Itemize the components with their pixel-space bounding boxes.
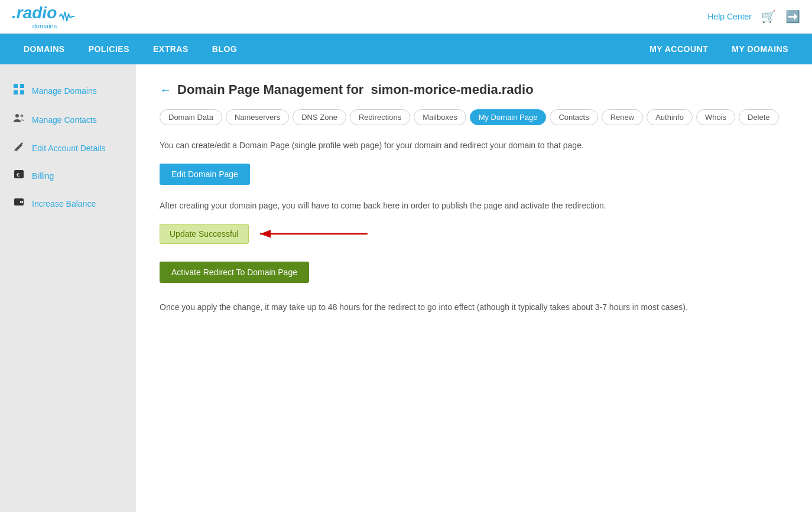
activate-redirect-button[interactable]: Activate Redirect To Domain Page [160,262,309,283]
sidebar: Manage Domains Manage Contacts [0,64,136,512]
logo-wave-icon [59,9,77,24]
after-edit-text: After creating your domain page, you wil… [160,199,788,212]
tab-pills: Domain Data Nameservers DNS Zone Redirec… [160,109,788,125]
help-center-link[interactable]: Help Center [707,12,752,21]
nav-left: Domains Policies Extras Blog [12,34,249,64]
grid-icon [12,83,26,98]
description-text: You can create/edit a Domain Page (singl… [160,139,788,152]
tab-my-domain-page[interactable]: My Domain Page [470,109,547,125]
svg-point-5 [21,115,24,118]
tab-whois[interactable]: Whois [696,109,735,125]
sidebar-item-manage-domains[interactable]: Manage Domains [0,76,136,105]
tab-authinfo[interactable]: Authinfo [647,109,693,125]
svg-text:€: € [21,200,23,204]
sidebar-label-manage-domains: Manage Domains [32,86,97,96]
pencil-icon [12,141,26,155]
nav-domains[interactable]: Domains [12,34,77,64]
tab-contacts[interactable]: Contacts [550,109,597,125]
tab-nameservers[interactable]: Nameservers [226,109,289,125]
page-title-row: ← Domain Page Management for simon-moric… [160,82,788,97]
tab-delete[interactable]: Delete [739,109,779,125]
main-content: ← Domain Page Management for simon-moric… [136,64,812,512]
back-arrow-icon[interactable]: ← [160,83,171,97]
svg-rect-3 [20,90,24,94]
cart-icon[interactable]: 🛒 [761,9,776,24]
edit-section: Edit Domain Page [160,164,788,185]
top-bar: .radio domains Help Center 🛒 ➡️ [0,0,812,34]
nav-right: My Account My Domains [638,34,800,64]
edit-domain-page-button[interactable]: Edit Domain Page [160,164,250,185]
tab-redirections[interactable]: Redirections [350,109,410,125]
page-title-prefix: Domain Page Management for [177,82,363,97]
logo-text: .radio [12,4,57,22]
domain-name: simon-morice-media.radio [371,82,534,97]
success-badge: Update Successful [160,224,249,244]
login-icon[interactable]: ➡️ [785,9,800,24]
sidebar-label-billing: Billing [32,171,54,181]
svg-point-4 [15,114,19,118]
svg-text:€: € [17,172,20,178]
red-arrow-annotation [255,225,373,243]
main-layout: Manage Domains Manage Contacts [0,64,812,512]
sidebar-label-edit-account: Edit Account Details [32,144,106,153]
billing-icon: € [12,169,26,182]
nav-blog[interactable]: Blog [200,34,249,64]
tab-renew[interactable]: Renew [602,109,643,125]
tab-mailboxes[interactable]: Mailboxes [414,109,466,125]
nav-my-account[interactable]: My Account [638,34,720,64]
sidebar-label-manage-contacts: Manage Contacts [32,115,97,125]
wallet-icon: € [12,197,26,210]
logo-sub: domains [12,22,57,30]
sidebar-label-increase-balance: Increase Balance [32,199,96,208]
note-text: Once you apply the change, it may take u… [160,301,788,314]
success-row: Update Successful [160,224,788,244]
sidebar-item-billing[interactable]: € Billing [0,162,136,190]
top-right-actions: Help Center 🛒 ➡️ [707,9,800,24]
nav-my-domains[interactable]: My Domains [720,34,800,64]
nav-policies[interactable]: Policies [77,34,141,64]
sidebar-item-edit-account[interactable]: Edit Account Details [0,134,136,162]
sidebar-item-increase-balance[interactable]: € Increase Balance [0,190,136,217]
svg-rect-0 [14,84,18,88]
svg-rect-1 [20,84,24,88]
svg-rect-2 [14,90,18,94]
nav-bar: Domains Policies Extras Blog My Account … [0,34,812,64]
people-icon [12,112,26,127]
tab-domain-data[interactable]: Domain Data [160,109,222,125]
tab-dns-zone[interactable]: DNS Zone [293,109,346,125]
page-title: Domain Page Management for simon-morice-… [177,82,534,97]
sidebar-item-manage-contacts[interactable]: Manage Contacts [0,105,136,134]
nav-extras[interactable]: Extras [141,34,200,64]
logo: .radio domains [12,4,77,30]
activate-section: Activate Redirect To Domain Page [160,262,788,283]
